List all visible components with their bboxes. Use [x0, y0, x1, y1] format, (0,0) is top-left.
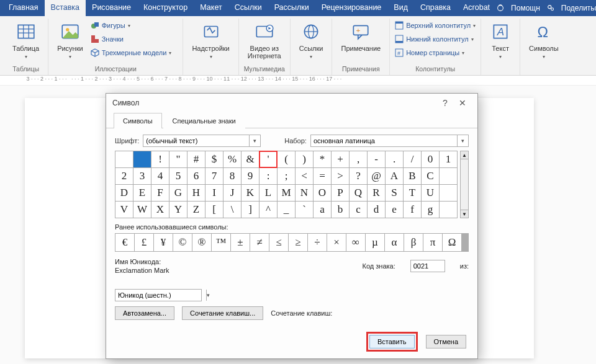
menu-tab-10[interactable]: Acrobat [457, 0, 496, 16]
symbol-cell[interactable]: 6 [187, 168, 205, 184]
from-select[interactable] [115, 291, 206, 299]
autocorrect-button[interactable]: Автозамена... [115, 306, 174, 320]
links-button[interactable]: Ссылки▾ [296, 19, 327, 63]
symbol-cell[interactable]: ^ [260, 202, 277, 218]
symbol-cell[interactable]: X [151, 202, 169, 218]
symbol-cell[interactable]: S [386, 185, 403, 201]
text-button[interactable]: A Текст▾ [486, 19, 515, 63]
symbol-cell[interactable]: * [314, 151, 331, 167]
share-icon[interactable] [546, 4, 555, 12]
symbol-cell[interactable]: R [368, 185, 385, 201]
recent-cell[interactable]: ± [231, 234, 250, 251]
header-top-button[interactable]: Верхний колонтитул▾ [395, 20, 476, 31]
symbol-cell[interactable]: U [422, 185, 439, 201]
grid-scroll-track[interactable] [460, 159, 469, 210]
symbol-cell[interactable]: e [386, 202, 403, 218]
symbol-cell[interactable]: ; [278, 168, 295, 184]
code-input[interactable] [410, 260, 445, 272]
symbol-cell[interactable]: @ [368, 168, 385, 184]
symbol-cell[interactable]: $ [205, 151, 223, 167]
set-caret[interactable]: ▾ [457, 135, 468, 146]
recent-cell[interactable]: ¥ [154, 234, 173, 251]
symbol-cell[interactable]: a [314, 202, 331, 218]
menu-tab-8[interactable]: Вид [387, 0, 414, 16]
recent-cell[interactable]: © [173, 234, 192, 251]
symbol-cell[interactable]: K [242, 185, 259, 201]
tab-symbols[interactable]: Символы [114, 113, 162, 128]
font-select[interactable] [143, 137, 249, 144]
symbol-cell[interactable]: 2 [115, 168, 133, 184]
pictures-button[interactable]: Рисунки▾ [53, 19, 87, 63]
recent-cell[interactable]: ® [192, 234, 211, 251]
symbol-cell[interactable] [440, 185, 457, 201]
help-button[interactable]: ? [436, 98, 454, 108]
from-caret[interactable]: ▾ [206, 290, 210, 301]
symbol-cell[interactable]: / [404, 151, 421, 167]
symbol-cell[interactable]: N [296, 185, 313, 201]
symbol-cell[interactable]: 7 [205, 168, 223, 184]
menu-tab-1[interactable]: Вставка [45, 0, 86, 16]
symbol-cell[interactable]: _ [278, 202, 295, 218]
menu-tab-0[interactable]: Главная [2, 0, 45, 16]
symbol-cell[interactable]: 3 [133, 168, 151, 184]
symbol-cell[interactable]: " [169, 151, 187, 167]
cancel-button[interactable]: Отмена [426, 335, 466, 348]
grid-scroll-down[interactable]: ▼ [460, 210, 469, 218]
symbol-cell[interactable]: P [332, 185, 349, 201]
3dmodels-button[interactable]: Трехмерные модели▾ [91, 47, 172, 58]
recent-cell[interactable]: ∞ [346, 234, 365, 251]
symbol-cell[interactable]: c [350, 202, 367, 218]
symbol-cell[interactable]: - [368, 151, 385, 167]
symbols-button[interactable]: Ω Символы▾ [525, 19, 562, 63]
symbol-cell[interactable]: 1 [440, 151, 457, 167]
recent-cell[interactable]: € [115, 234, 134, 251]
symbol-cell[interactable] [440, 168, 457, 184]
symbol-cell[interactable]: d [368, 202, 385, 218]
symbol-cell[interactable] [440, 202, 457, 218]
menu-tab-5[interactable]: Ссылки [228, 0, 268, 16]
symbol-cell[interactable]: I [205, 185, 223, 201]
symbol-cell[interactable]: b [332, 202, 349, 218]
symbol-cell[interactable]: > [332, 168, 349, 184]
symbol-cell[interactable]: T [404, 185, 421, 201]
symbol-cell[interactable]: [ [205, 202, 223, 218]
menu-tab-4[interactable]: Макет [194, 0, 228, 16]
symbol-cell[interactable]: & [242, 151, 259, 167]
symbol-cell[interactable]: F [151, 185, 169, 201]
menu-tab-9[interactable]: Справка [414, 0, 457, 16]
shapes-button[interactable]: Фигуры▾ [91, 20, 172, 31]
symbol-cell[interactable]: . [386, 151, 403, 167]
symbol-cell[interactable] [133, 151, 151, 167]
table-button[interactable]: Таблица▾ [9, 19, 43, 63]
symbol-cell[interactable]: ` [296, 202, 313, 218]
menu-tab-7[interactable]: Рецензирование [315, 0, 388, 16]
share-label[interactable]: Поделиться [561, 4, 596, 12]
recent-cell[interactable]: α [385, 234, 404, 251]
menu-tab-6[interactable]: Рассылки [268, 0, 315, 16]
symbol-cell[interactable]: Y [169, 202, 187, 218]
symbol-cell[interactable]: ] [242, 202, 259, 218]
recent-cell[interactable]: µ [366, 234, 384, 251]
symbol-cell[interactable]: J [224, 185, 241, 201]
icons-button[interactable]: Значки [91, 33, 172, 45]
symbol-cell[interactable]: O [314, 185, 331, 201]
symbol-cell[interactable]: , [350, 151, 367, 167]
font-caret[interactable]: ▾ [249, 135, 260, 146]
recent-cell[interactable]: ≤ [269, 234, 288, 251]
shortcut-button[interactable]: Сочетание клавиш... [182, 306, 263, 320]
recent-cell[interactable]: × [327, 234, 346, 251]
recent-cell[interactable]: π [423, 234, 442, 251]
symbol-cell[interactable]: + [332, 151, 349, 167]
symbol-cell[interactable]: B [404, 168, 421, 184]
close-button[interactable]: ✕ [454, 98, 471, 108]
symbol-cell[interactable] [115, 151, 133, 167]
symbol-cell[interactable]: E [133, 185, 151, 201]
symbol-cell[interactable]: g [422, 202, 439, 218]
symbol-cell[interactable]: ) [296, 151, 313, 167]
symbol-cell[interactable]: f [404, 202, 421, 218]
symbol-cell[interactable]: 8 [224, 168, 241, 184]
symbol-cell[interactable]: \ [224, 202, 241, 218]
tab-special[interactable]: Специальные знаки [163, 113, 245, 128]
page-number-button[interactable]: #Номер страницы▾ [395, 47, 476, 58]
recent-cell[interactable]: ≠ [250, 234, 269, 251]
